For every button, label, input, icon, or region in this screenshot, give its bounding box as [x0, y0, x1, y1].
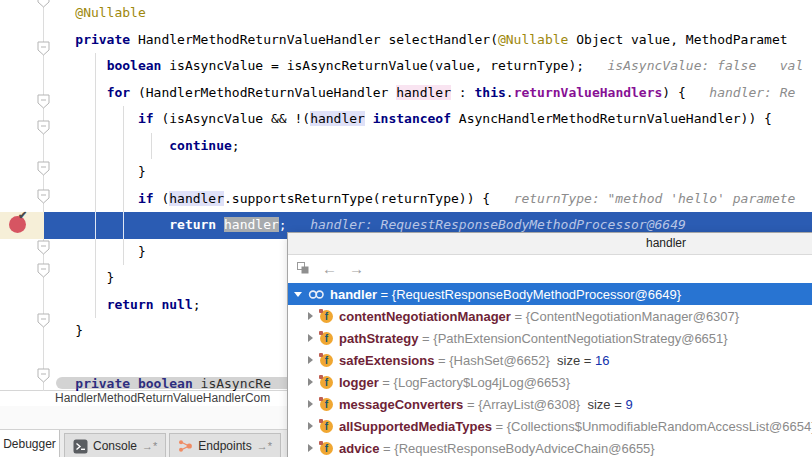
variable-name: messageConverters — [339, 397, 463, 412]
code-text: return — [107, 297, 154, 312]
code-line[interactable]: } — [44, 159, 812, 186]
chevron-right-icon[interactable] — [308, 400, 313, 408]
code-text: ; — [279, 217, 295, 232]
variable-inspect-popup: handler ←→ handler = {RequestResponseBod… — [287, 232, 812, 457]
code-text: handler — [169, 191, 224, 206]
variable-value: {RequestResponseBodyMethodProcessor@6649… — [392, 287, 681, 302]
code-line[interactable]: for (HandlerMethodReturnValueHandler han… — [44, 80, 812, 107]
tab-label: Endpoints — [198, 439, 251, 453]
variable-row-root[interactable]: handler = {RequestResponseBodyMethodProc… — [288, 283, 812, 305]
variable-row[interactable]: fsafeExtensions = {HashSet@6652} size = … — [288, 349, 812, 371]
code-text: continue — [169, 138, 232, 153]
code-text: @Nullable — [75, 5, 145, 20]
chevron-down-icon[interactable] — [294, 292, 302, 297]
tab-label: Debugger — [3, 437, 56, 451]
variable-name: logger — [339, 375, 379, 390]
equals-sign: = — [377, 287, 392, 302]
code-text: ) { — [662, 85, 709, 100]
code-text: : — [451, 85, 474, 100]
code-text: } — [44, 244, 146, 259]
equals-sign: = — [511, 309, 526, 324]
field-icon: f — [320, 354, 333, 367]
code-text — [44, 58, 107, 73]
code-text — [216, 217, 224, 232]
code-text: HandlerMethodReturnValueHandler selectHa… — [130, 32, 498, 47]
code-text: if — [138, 111, 154, 126]
code-line[interactable]: @Nullable — [44, 0, 812, 27]
code-text — [44, 297, 107, 312]
inline-debug-hint: handler: RequestResponseBodyMethodProces… — [294, 217, 685, 232]
field-icon: f — [320, 420, 333, 433]
code-text: return — [169, 217, 216, 232]
fold-marker-icon[interactable] — [37, 94, 50, 113]
inline-debug-hint: isAsyncValue: false val — [608, 58, 804, 73]
code-line[interactable]: if (isAsyncValue && !(handler instanceof… — [44, 106, 812, 133]
variable-row[interactable]: fcontentNegotiationManager = {ContentNeg… — [288, 305, 812, 327]
fold-marker-icon[interactable] — [37, 189, 50, 208]
variable-row[interactable]: flogger = {LogFactory$Log4jLog@6653} — [288, 371, 812, 393]
code-text: null — [161, 297, 192, 312]
code-text — [44, 85, 107, 100]
variable-name: advice — [339, 441, 379, 456]
breakpoint-check-icon: ✔ — [18, 209, 27, 222]
code-text — [365, 111, 373, 126]
size-value: 16 — [595, 353, 609, 368]
code-text: handler — [224, 217, 279, 232]
fold-marker-icon[interactable] — [37, 161, 50, 180]
breadcrumb-class-name[interactable]: HandlerMethodReturnValueHandlerCom — [55, 391, 270, 405]
back-arrow-icon[interactable]: ← — [322, 262, 337, 276]
variable-name: pathStrategy — [339, 331, 418, 346]
scroll-to-end-indicator: →* — [257, 440, 272, 452]
variable-row[interactable]: fadvice = {RequestResponseBodyAdviceChai… — [288, 437, 812, 457]
chevron-right-icon[interactable] — [308, 444, 313, 452]
code-text: ( — [154, 191, 170, 206]
tab-debugger[interactable]: Debugger — [0, 430, 60, 457]
chevron-right-icon[interactable] — [308, 422, 313, 430]
chevron-right-icon[interactable] — [308, 356, 313, 364]
value-watch-icon — [308, 289, 325, 300]
fold-marker-icon[interactable] — [37, 120, 50, 139]
chevron-right-icon[interactable] — [308, 312, 313, 320]
code-text: handler — [396, 85, 451, 100]
code-text: @Nullable — [498, 32, 568, 47]
fold-marker-icon[interactable] — [37, 263, 50, 282]
code-text: AsyncHandlerMethodReturnValueHandler)) { — [451, 111, 772, 126]
code-text — [44, 111, 138, 126]
code-text: . — [506, 85, 514, 100]
fold-marker-icon[interactable] — [37, 368, 50, 387]
fold-marker-icon[interactable] — [37, 240, 50, 259]
code-line[interactable]: boolean isAsyncValue = isAsyncReturnValu… — [44, 53, 812, 80]
variable-value: {ArrayList@6308} — [478, 397, 580, 412]
tab-console[interactable]: Console→* — [64, 433, 166, 457]
code-line[interactable]: private HandlerMethodReturnValueHandler … — [44, 27, 812, 54]
code-line[interactable]: if (handler.supportsReturnType(returnTyp… — [44, 186, 812, 213]
popup-title-bar[interactable]: handler — [288, 233, 812, 255]
variable-name: safeExtensions — [339, 353, 434, 368]
fold-marker-icon[interactable] — [37, 41, 50, 60]
code-text: private — [75, 32, 130, 47]
variable-row[interactable]: fmessageConverters = {ArrayList@6308} si… — [288, 393, 812, 415]
equals-sign: = — [434, 353, 449, 368]
equals-sign: = — [379, 441, 394, 456]
forward-arrow-icon[interactable]: → — [349, 262, 364, 276]
code-text — [44, 217, 169, 232]
code-text: Object value, MethodParamet — [568, 32, 787, 47]
copy-value-icon[interactable] — [296, 261, 310, 277]
fold-marker-icon[interactable] — [37, 0, 50, 12]
variable-value: {PathExtensionContentNegotiationStrategy… — [433, 331, 727, 346]
variable-name: contentNegotiationManager — [339, 309, 511, 324]
field-icon: f — [320, 376, 333, 389]
fold-marker-icon[interactable] — [37, 313, 50, 332]
chevron-right-icon[interactable] — [308, 378, 313, 386]
code-line[interactable]: continue; — [44, 133, 812, 160]
variable-row[interactable]: fallSupportedMediaTypes = {Collections$U… — [288, 415, 812, 437]
code-text: if — [138, 191, 154, 206]
variable-value: {HashSet@6652} — [449, 353, 550, 368]
code-text: .supportsReturnType(returnType)) { — [224, 191, 514, 206]
variable-row[interactable]: fpathStrategy = {PathExtensionContentNeg… — [288, 327, 812, 349]
variable-value: {RequestResponseBodyAdviceChain@6655} — [394, 441, 654, 456]
code-text: boolean — [107, 58, 162, 73]
chevron-right-icon[interactable] — [308, 334, 313, 342]
tab-endpoints[interactable]: Endpoints→* — [169, 433, 281, 457]
code-text — [44, 191, 138, 206]
